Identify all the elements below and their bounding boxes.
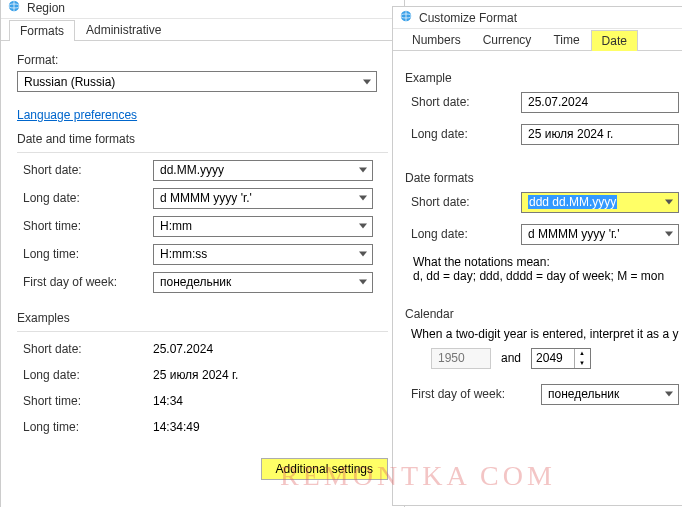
customize-content: Example Short date:25.07.2024 Long date:… <box>393 51 682 419</box>
cex-long-date-label: Long date: <box>411 127 521 141</box>
region-titlebar: Region <box>1 0 404 19</box>
group-date-time-formats: Date and time formats <box>17 132 388 146</box>
notation-label: What the notations mean: <box>413 255 679 269</box>
group-example: Example <box>405 71 679 85</box>
ex-long-time-value: 14:34:49 <box>153 420 200 434</box>
cal-fdow-label: First day of week: <box>411 387 541 401</box>
df-short-date-dropdown[interactable]: ddd dd.MM.yyyy <box>521 192 679 213</box>
long-date-dropdown[interactable]: d MMMM yyyy 'r.' <box>153 188 373 209</box>
cex-short-date-label: Short date: <box>411 95 521 109</box>
short-date-dropdown[interactable]: dd.MM.yyyy <box>153 160 373 181</box>
customize-titlebar: Customize Format <box>393 7 682 29</box>
long-date-label: Long date: <box>23 191 153 205</box>
language-preferences-link[interactable]: Language preferences <box>17 108 137 122</box>
customize-format-window: Customize Format Numbers Currency Time D… <box>392 6 682 506</box>
fdow-label: First day of week: <box>23 275 153 289</box>
cex-long-date-value: 25 июля 2024 г. <box>521 124 679 145</box>
ex-long-time-label: Long time: <box>23 420 153 434</box>
tab-formats[interactable]: Formats <box>9 20 75 41</box>
notation-text: d, dd = day; ddd, dddd = day of week; M … <box>413 269 679 283</box>
tab-date[interactable]: Date <box>591 30 638 51</box>
df-short-date-label: Short date: <box>411 195 521 209</box>
group-examples: Examples <box>17 311 388 325</box>
long-time-dropdown[interactable]: H:mm:ss <box>153 244 373 265</box>
globe-icon <box>7 0 21 16</box>
spin-down[interactable]: ▼ <box>575 358 589 368</box>
ex-short-time-label: Short time: <box>23 394 153 408</box>
year-from-input <box>431 348 491 369</box>
ex-long-date-value: 25 июля 2024 г. <box>153 368 238 382</box>
group-calendar: Calendar <box>405 307 679 321</box>
format-label: Format: <box>17 53 388 67</box>
calendar-interpret-text: When a two-digit year is entered, interp… <box>411 327 679 341</box>
df-long-date-dropdown[interactable]: d MMMM yyyy 'г.' <box>521 224 679 245</box>
tab-administrative[interactable]: Administrative <box>75 19 172 40</box>
customize-title: Customize Format <box>419 11 517 25</box>
year-to-spinner[interactable]: ▲▼ <box>531 348 591 369</box>
customize-tabs: Numbers Currency Time Date <box>393 29 682 51</box>
ex-long-date-label: Long date: <box>23 368 153 382</box>
tab-numbers[interactable]: Numbers <box>401 29 472 50</box>
spin-up[interactable]: ▲ <box>575 349 589 359</box>
short-time-dropdown[interactable]: H:mm <box>153 216 373 237</box>
fdow-dropdown[interactable]: понедельник <box>153 272 373 293</box>
region-window: Region Formats Administrative Format: Ru… <box>0 0 405 507</box>
year-to-input[interactable] <box>532 349 574 368</box>
region-content: Format: Russian (Russia) Language prefer… <box>1 41 404 492</box>
short-time-label: Short time: <box>23 219 153 233</box>
df-long-date-label: Long date: <box>411 227 521 241</box>
cex-short-date-value: 25.07.2024 <box>521 92 679 113</box>
format-value: Russian (Russia) <box>24 75 115 89</box>
format-dropdown[interactable]: Russian (Russia) <box>17 71 377 92</box>
tab-time[interactable]: Time <box>542 29 590 50</box>
ex-short-time-value: 14:34 <box>153 394 183 408</box>
additional-settings-button[interactable]: Additional settings <box>261 458 388 480</box>
region-tabs: Formats Administrative <box>1 19 404 41</box>
long-time-label: Long time: <box>23 247 153 261</box>
region-title: Region <box>27 1 65 15</box>
ex-short-date-value: 25.07.2024 <box>153 342 213 356</box>
tab-currency[interactable]: Currency <box>472 29 543 50</box>
and-label: and <box>501 351 521 365</box>
cal-fdow-dropdown[interactable]: понедельник <box>541 384 679 405</box>
ex-short-date-label: Short date: <box>23 342 153 356</box>
group-date-formats: Date formats <box>405 171 679 185</box>
short-date-label: Short date: <box>23 163 153 177</box>
globe-icon <box>399 9 413 26</box>
